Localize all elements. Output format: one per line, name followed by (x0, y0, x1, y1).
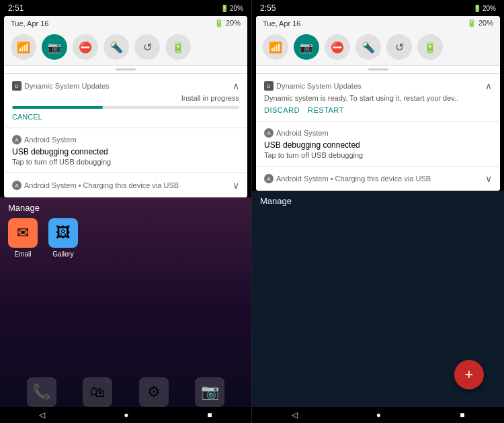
right-nav-bar: ◁ ● ■ (252, 407, 504, 423)
gallery-icon[interactable]: 🖼 (48, 218, 78, 248)
right-quick-tiles: 📶 📷 ⛔ 🔦 ↺ 🔋 (256, 29, 500, 66)
left-notif-usb2-app: A Android System • Charging this device … (12, 181, 179, 190)
right-quick-tiles-header: Tue, Apr 16 🔋 20% (256, 16, 500, 29)
left-quick-tiles: 📶 📷 ⛔ 🔦 ↺ 🔋 (4, 29, 247, 66)
right-tile-autorotate[interactable]: ↺ (386, 34, 412, 60)
left-dock: 📞 🛍 ⚙ 📷 (0, 377, 251, 407)
left-manage-label: Manage (0, 197, 251, 216)
right-notif-dsu-header: D Dynamic System Updates ∧ (264, 81, 492, 91)
left-time: 2:51 (8, 3, 24, 13)
email-label: Email (14, 250, 31, 258)
gallery-label: Gallery (52, 250, 74, 258)
right-notif-usb-app: A Android System (264, 128, 329, 138)
left-status-bar: 2:51 🔋 20% (0, 0, 251, 16)
right-battery-tile: 🔋 20% (467, 19, 493, 28)
left-nav-bar: ◁ ● ■ (0, 407, 251, 423)
left-notif-dsu-chevron[interactable]: ∧ (233, 81, 239, 91)
android-system-icon2-right: A (264, 174, 274, 183)
right-home-screen: Manage + (252, 191, 504, 423)
left-notif-dsu-app: D Dynamic System Updates (12, 81, 110, 91)
right-manage-label: Manage (252, 191, 504, 209)
left-notif-usb-header: A Android System (12, 135, 239, 144)
right-restart-button[interactable]: RESTART (308, 106, 344, 114)
right-fab[interactable]: + (454, 360, 484, 389)
left-cancel-button[interactable]: CANCEL (12, 113, 239, 121)
left-tile-bluetooth[interactable]: 📷 (42, 34, 67, 60)
left-notif-dsu-title: Install in progress (181, 94, 239, 102)
right-notif-usb-header: A Android System (264, 128, 492, 138)
right-nav-recents[interactable]: ■ (460, 410, 464, 420)
left-notif-dsu-header: D Dynamic System Updates ∧ (12, 81, 239, 91)
left-nav-recents[interactable]: ■ (207, 410, 212, 420)
left-quick-tiles-header: Tue, Apr 16 🔋 20% (4, 16, 247, 29)
left-status-icons: 🔋 20% (220, 5, 243, 12)
right-notif-dsu[interactable]: D Dynamic System Updates ∧ Dynamic syste… (256, 73, 500, 121)
dsu-icon-right: D (264, 81, 274, 91)
dock-settings[interactable]: ⚙ (139, 377, 169, 407)
right-notif-usb-title: USB debugging connected (264, 140, 492, 150)
left-notif-dsu[interactable]: D Dynamic System Updates ∧ Install in pr… (4, 73, 247, 128)
right-notif-usb[interactable]: A Android System USB debugging connected… (256, 121, 500, 166)
right-tile-battery[interactable]: 🔋 (417, 34, 443, 60)
dock-store[interactable]: 🛍 (83, 377, 112, 407)
left-notif-usb[interactable]: A Android System USB debugging connected… (4, 128, 247, 173)
right-status-bar: 2:55 🔋 20% (252, 0, 504, 16)
left-nav-home[interactable]: ● (124, 410, 128, 420)
left-tile-flashlight[interactable]: 🔦 (103, 34, 129, 60)
right-notif-dsu-app: D Dynamic System Updates (264, 81, 362, 91)
right-discard-button[interactable]: DISCARD (264, 106, 300, 114)
left-tile-battery[interactable]: 🔋 (165, 34, 191, 60)
left-phone-panel: 2:51 🔋 20% Tue, Apr 16 🔋 20% 📶 📷 ⛔ 🔦 ↺ (0, 0, 252, 423)
right-tile-drag (368, 68, 388, 70)
right-tile-bluetooth[interactable]: 📷 (294, 34, 319, 60)
right-nav-home[interactable]: ● (376, 410, 381, 420)
right-notif-dsu-actions: DISCARD RESTART (264, 106, 492, 114)
left-home-screen: Manage ✉ Email 🖼 Gallery 📞 🛍 ⚙ 📷 (0, 197, 251, 423)
left-notification-shade: Tue, Apr 16 🔋 20% 📶 📷 ⛔ 🔦 ↺ 🔋 D Dynamic … (4, 16, 247, 197)
right-notification-shade: Tue, Apr 16 🔋 20% 📶 📷 ⛔ 🔦 ↺ 🔋 D Dynamic … (256, 16, 500, 191)
email-icon[interactable]: ✉ (8, 218, 38, 248)
left-notif-usb-text: Tap to turn off USB debugging (12, 158, 239, 166)
left-tile-drag (116, 68, 136, 70)
right-notif-usb-text: Tap to turn off USB debugging (264, 151, 492, 159)
left-notif-usb-title: USB debugging connected (12, 147, 239, 156)
right-date: Tue, Apr 16 (263, 19, 300, 28)
right-tile-dnd[interactable]: ⛔ (325, 34, 350, 60)
left-notif-usb2-chevron[interactable]: ∨ (233, 180, 239, 191)
left-app-grid: ✉ Email 🖼 Gallery (0, 216, 251, 261)
dsu-icon: D (12, 81, 22, 91)
dock-phone[interactable]: 📞 (27, 377, 56, 407)
right-tile-wifi[interactable]: 📶 (263, 34, 288, 60)
left-notif-usb-app: A Android System (12, 135, 77, 144)
right-status-icons: 🔋 20% (473, 5, 496, 12)
right-battery: 🔋 20% (473, 5, 496, 12)
left-progress-bar (12, 106, 239, 109)
left-notif-usb2[interactable]: A Android System • Charging this device … (4, 173, 247, 197)
left-app-gallery[interactable]: 🖼 Gallery (48, 218, 78, 258)
right-notif-usb2-app: A Android System • Charging this device … (264, 174, 431, 183)
left-nav-back[interactable]: ◁ (39, 410, 45, 420)
right-notif-dsu-chevron[interactable]: ∧ (485, 81, 492, 91)
android-system-icon-right: A (264, 128, 274, 138)
right-notif-usb2-chevron[interactable]: ∨ (485, 173, 492, 184)
right-nav-back[interactable]: ◁ (292, 410, 298, 420)
left-progress-fill (12, 106, 103, 109)
right-phone-panel: 2:55 🔋 20% Tue, Apr 16 🔋 20% 📶 📷 ⛔ 🔦 ↺ (252, 0, 504, 423)
left-tile-dnd[interactable]: ⛔ (73, 34, 98, 60)
dock-camera[interactable]: 📷 (195, 377, 224, 407)
left-battery: 🔋 20% (220, 5, 243, 12)
left-battery-tile: 🔋 20% (214, 19, 241, 28)
right-tile-flashlight[interactable]: 🔦 (355, 34, 381, 60)
right-notif-dsu-text: Dynamic system is ready. To start using … (264, 94, 492, 102)
left-tile-autorotate[interactable]: ↺ (134, 34, 160, 60)
left-date: Tue, Apr 16 (11, 19, 48, 28)
right-notif-usb2[interactable]: A Android System • Charging this device … (256, 166, 500, 191)
left-tile-wifi[interactable]: 📶 (11, 34, 36, 60)
android-system-icon2-left: A (12, 181, 22, 190)
android-system-icon-left: A (12, 135, 22, 144)
left-app-email[interactable]: ✉ Email (8, 218, 38, 258)
right-time: 2:55 (260, 3, 276, 13)
